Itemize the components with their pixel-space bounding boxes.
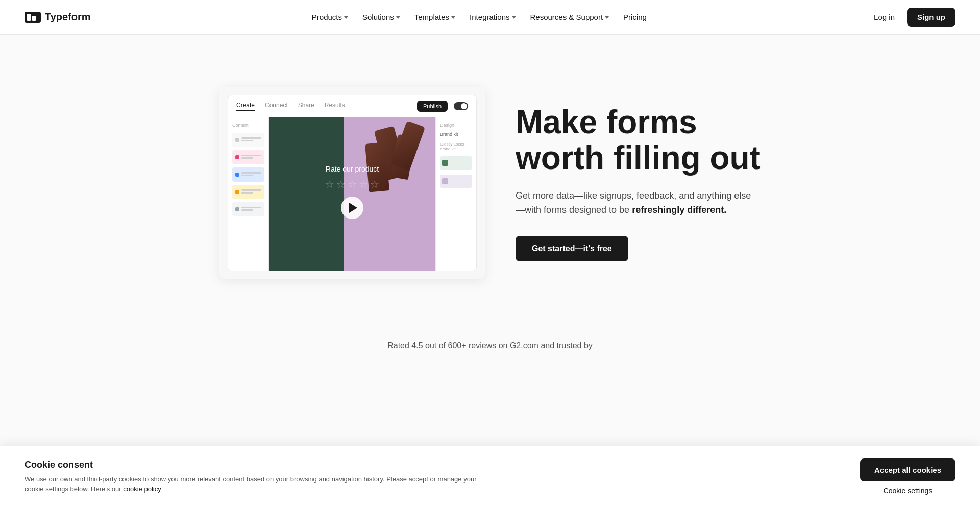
mock-play-button (341, 197, 363, 219)
cookie-settings-button[interactable]: Cookie settings (884, 487, 933, 495)
nav-pricing[interactable]: Pricing (617, 9, 653, 26)
social-proof-section: Rated 4.5 out of 600+ reviews on G2.com … (0, 321, 980, 381)
cookie-description: We use our own and third-party cookies t… (24, 474, 484, 494)
mock-color-swatch (440, 175, 472, 188)
mock-tabs: Create Connect Share Results (236, 102, 345, 111)
chevron-down-icon (396, 16, 400, 19)
hero-cta-button[interactable]: Get started—it's free (516, 236, 628, 261)
mock-tab-connect: Connect (265, 102, 288, 111)
login-button[interactable]: Log in (868, 9, 901, 26)
cookie-title: Cookie consent (24, 460, 484, 470)
nav-templates[interactable]: Templates (408, 9, 461, 26)
logo-text: Typeform (45, 11, 91, 23)
mock-sidebar-item (232, 150, 264, 164)
mock-star: ☆ (325, 178, 334, 190)
mock-panel-design-label: Design (440, 123, 472, 128)
chevron-down-icon (512, 16, 516, 19)
mock-sidebar-item (232, 185, 264, 199)
mock-main-preview: Rate our product ☆ ☆ ☆ ☆ ☆ (269, 117, 435, 271)
mock-form-content: Rate our product ☆ ☆ ☆ ☆ ☆ (325, 165, 379, 223)
hero-text: Make forms worth filling out Get more da… (516, 104, 761, 261)
chevron-down-icon (344, 16, 348, 19)
mock-right-panel: Design Brand kit Glossy Locks brand kit (435, 117, 476, 271)
mock-panel-brandkit-label: Brand kit (440, 132, 472, 137)
nav-products[interactable]: Products (306, 9, 354, 26)
hero-illustration: Create Connect Share Results Publish Con… (219, 87, 485, 279)
chevron-down-icon (605, 16, 609, 19)
signup-button[interactable]: Sign up (907, 8, 955, 27)
social-proof-text: Rated 4.5 out of 600+ reviews on G2.com … (41, 341, 939, 350)
cookie-text-area: Cookie consent We use our own and third-… (24, 460, 484, 494)
mock-swatch-box (442, 160, 448, 166)
mock-star: ☆ (336, 178, 346, 190)
mock-tab-results: Results (325, 102, 345, 111)
mock-sidebar-label: Content + (232, 123, 264, 128)
mock-color-swatch (440, 156, 472, 170)
nav-links: Products Solutions Templates Integration… (306, 9, 653, 26)
mock-tab-create: Create (236, 102, 255, 111)
play-icon (349, 203, 357, 213)
mock-stars: ☆ ☆ ☆ ☆ ☆ (325, 178, 379, 190)
logo[interactable]: Typeform (24, 11, 91, 23)
mock-star: ☆ (370, 178, 379, 190)
accept-cookies-button[interactable]: Accept all cookies (860, 458, 955, 481)
hero-title: Make forms worth filling out (516, 104, 761, 176)
mock-content-area: Content + (228, 117, 476, 271)
cookie-actions: Accept all cookies Cookie settings (860, 458, 955, 495)
mock-sidebar: Content + (228, 117, 269, 271)
mock-toggle (454, 102, 468, 110)
nav-integrations[interactable]: Integrations (463, 9, 522, 26)
navbar: Typeform Products Solutions Templates In… (0, 0, 980, 35)
hero-section: Create Connect Share Results Publish Con… (0, 35, 980, 321)
chevron-down-icon (451, 16, 455, 19)
mock-form-preview: Rate our product ☆ ☆ ☆ ☆ ☆ (269, 117, 435, 271)
mock-sidebar-item (232, 133, 264, 147)
nav-actions: Log in Sign up (868, 8, 955, 27)
mock-topbar: Create Connect Share Results Publish (228, 95, 476, 117)
mock-swatch-box (442, 178, 448, 184)
cookie-banner: Cookie consent We use our own and third-… (0, 446, 980, 507)
mock-star: ☆ (359, 178, 368, 190)
mock-sidebar-item (232, 167, 264, 182)
nav-solutions[interactable]: Solutions (356, 9, 406, 26)
mock-publish-button: Publish (417, 101, 448, 112)
logo-icon (24, 12, 41, 23)
nav-resources[interactable]: Resources & Support (524, 9, 616, 26)
mock-star: ☆ (348, 178, 357, 190)
mock-sidebar-item (232, 202, 264, 216)
mock-tab-share: Share (298, 102, 314, 111)
cookie-policy-link[interactable]: cookie policy (123, 485, 161, 493)
mock-panel-sublabel: Glossy Locks brand kit (440, 142, 472, 151)
hero-subtitle: Get more data—like signups, feedback, an… (516, 188, 761, 218)
mock-form-title: Rate our product (325, 165, 379, 173)
